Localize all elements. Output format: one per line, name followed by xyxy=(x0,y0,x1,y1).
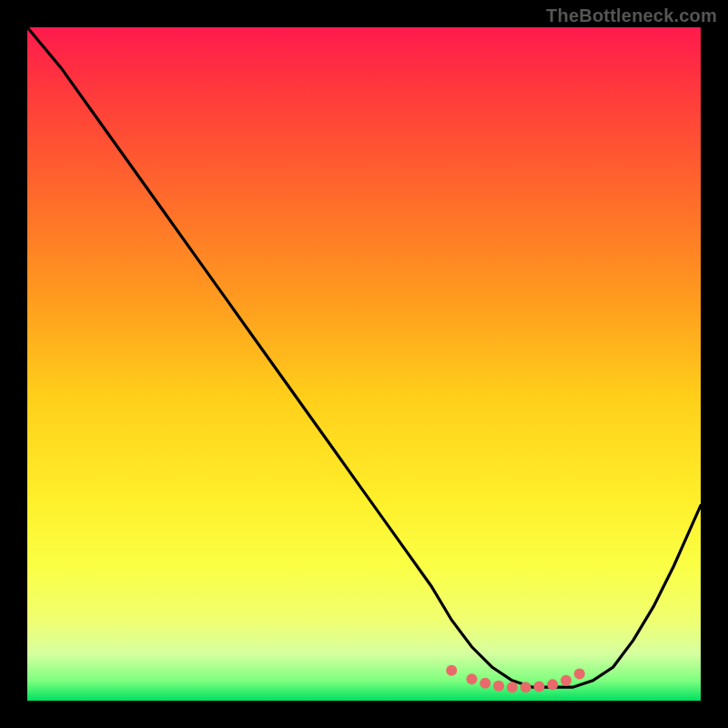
highlight-dot xyxy=(480,678,490,689)
highlight-dot xyxy=(547,679,558,690)
bottleneck-curve-path xyxy=(27,27,701,687)
highlight-dot xyxy=(466,673,477,684)
highlight-dot xyxy=(446,665,457,676)
highlight-dot xyxy=(521,682,531,693)
chart-svg xyxy=(27,27,701,701)
watermark-text: TheBottleneck.com xyxy=(546,5,717,26)
highlight-dot xyxy=(561,675,571,686)
chart-plot-area xyxy=(27,27,701,701)
highlight-dot xyxy=(533,682,544,693)
highlight-dot xyxy=(507,682,518,693)
highlight-dot xyxy=(574,668,585,679)
highlight-dot xyxy=(493,681,504,692)
